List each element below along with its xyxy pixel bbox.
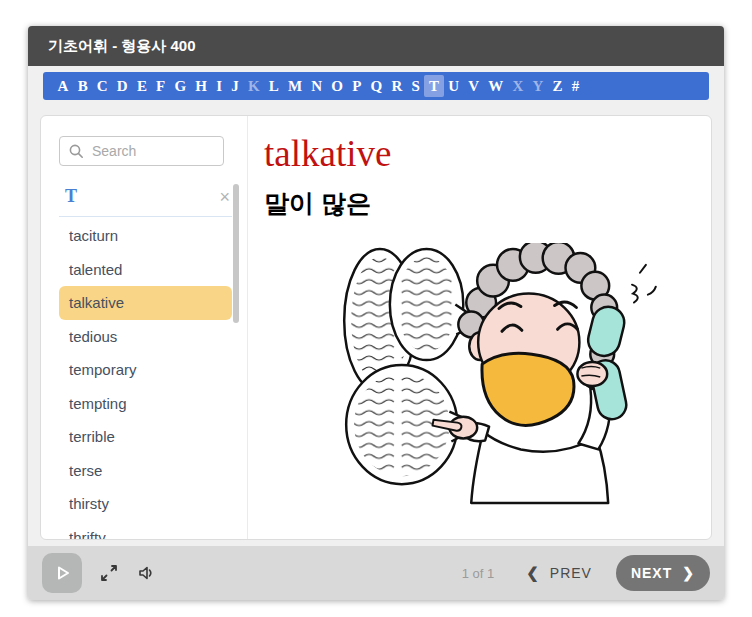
sound-marks (632, 265, 656, 303)
word-item[interactable]: tedious (59, 320, 232, 354)
audio-button[interactable] (136, 563, 156, 583)
alpha-letter[interactable]: V (464, 75, 484, 97)
alpha-letter[interactable]: Q (366, 75, 387, 97)
word-item[interactable]: temporary (59, 353, 232, 387)
search-input[interactable] (90, 142, 215, 160)
alpha-letter[interactable]: C (92, 75, 112, 97)
next-label: NEXT (631, 565, 672, 581)
search-icon (68, 143, 84, 159)
word-item[interactable]: talented (59, 253, 232, 287)
cartoon-image (342, 243, 660, 505)
page-indicator: 1 of 1 (462, 566, 495, 581)
search-box[interactable] (59, 136, 224, 166)
word-item[interactable]: terrible (59, 420, 232, 454)
expand-icon (100, 564, 118, 582)
word-item[interactable]: thrifty (59, 521, 232, 541)
alpha-letter[interactable]: N (307, 75, 327, 97)
alpha-letter[interactable]: # (567, 75, 584, 97)
alpha-letter[interactable]: T (424, 75, 443, 97)
word-item[interactable]: talkative (59, 286, 232, 320)
prev-button[interactable]: ❮ PREV (520, 563, 598, 583)
play-button[interactable] (42, 553, 82, 593)
alpha-letter[interactable]: H (191, 75, 212, 97)
word-item[interactable]: thirsty (59, 487, 232, 521)
alpha-letter[interactable]: U (444, 75, 464, 97)
alpha-letter[interactable]: Y (528, 75, 548, 97)
word-list-panel: T × taciturn talented talkative tedious … (41, 116, 248, 539)
phone (577, 304, 629, 422)
alpha-letter[interactable]: B (73, 75, 92, 97)
player-toolbar: 1 of 1 ❮ PREV NEXT ❯ (28, 546, 724, 600)
letter-group-header: T × (59, 186, 232, 217)
card-content: talkative 말이 많은 (248, 116, 711, 539)
prev-label: PREV (550, 565, 592, 581)
alpha-letter[interactable]: P (348, 75, 366, 97)
page-title: 기초어휘 - 형용사 400 (48, 37, 196, 56)
alpha-letter[interactable]: R (387, 75, 407, 97)
alpha-letter[interactable]: D (112, 75, 132, 97)
fullscreen-button[interactable] (100, 564, 118, 582)
alphabet-nav: A B C D E F G H I J K L M N O P Q R S T … (43, 72, 709, 100)
alpha-letter[interactable]: I (212, 75, 227, 97)
alpha-letter[interactable]: X (508, 75, 528, 97)
alpha-letter[interactable]: Z (548, 75, 567, 97)
alpha-letter[interactable]: A (53, 75, 73, 97)
alpha-letter[interactable]: E (132, 75, 151, 97)
alpha-letter[interactable]: S (407, 75, 425, 97)
word-meaning: 말이 많은 (264, 189, 691, 218)
talkative-illustration (342, 243, 660, 505)
alpha-letter[interactable]: W (484, 75, 508, 97)
word-list: taciturn talented talkative tedious temp… (59, 219, 247, 540)
flashcard-widget: 기초어휘 - 형용사 400 A B C D E F G H I J K L M… (28, 26, 724, 600)
word-title: talkative (264, 134, 691, 175)
list-scrollbar[interactable] (233, 184, 239, 323)
word-item[interactable]: terse (59, 454, 232, 488)
alpha-letter[interactable]: K (243, 75, 264, 97)
group-letter-label: T (65, 186, 77, 207)
word-item[interactable]: taciturn (59, 219, 232, 253)
alpha-letter[interactable]: J (227, 75, 244, 97)
content-card: T × taciturn talented talkative tedious … (40, 115, 712, 540)
chevron-right-icon: ❯ (682, 565, 695, 581)
alpha-letter[interactable]: L (264, 75, 283, 97)
play-icon (52, 563, 72, 583)
mouth (482, 354, 574, 426)
next-button[interactable]: NEXT ❯ (616, 555, 710, 591)
alpha-letter[interactable]: F (152, 75, 170, 97)
word-item[interactable]: tempting (59, 387, 232, 421)
chevron-left-icon: ❮ (526, 564, 540, 582)
alpha-letter[interactable]: M (283, 75, 306, 97)
title-bar: 기초어휘 - 형용사 400 (28, 26, 724, 66)
speaker-icon (136, 563, 156, 583)
alpha-letter[interactable]: O (327, 75, 348, 97)
clear-filter-button[interactable]: × (219, 190, 230, 204)
alpha-letter[interactable]: G (170, 75, 191, 97)
